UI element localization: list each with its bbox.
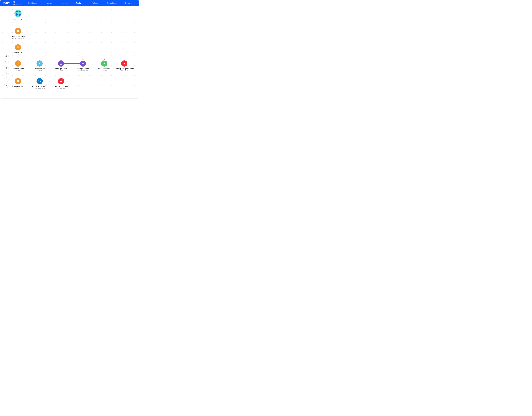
node-title: Compute NIC	[12, 85, 24, 88]
svg-point-41	[6, 55, 7, 55]
node-subtitle: Data Finding	[120, 70, 128, 72]
nic-icon	[15, 78, 21, 84]
node-subtitle: Internet Gateway	[12, 38, 24, 39]
project-selector[interactable]: All projects	[13, 1, 22, 5]
gateway-icon	[15, 28, 21, 34]
svg-rect-29	[61, 81, 61, 82]
node-subtitle: Secret	[38, 70, 42, 72]
node-finding[interactable]: Backup.parquet:Email Data Finding	[114, 60, 135, 72]
robot-icon	[80, 60, 86, 67]
nav-inventory[interactable]: Inventory	[46, 2, 54, 4]
sparkle-icon: ✦	[9, 1, 10, 3]
key-icon	[37, 60, 43, 67]
svg-point-46	[6, 68, 7, 68]
nav-policies[interactable]: Policies	[92, 2, 98, 4]
user-icon	[58, 60, 64, 67]
vm-icon	[37, 78, 43, 84]
node-internet[interactable]: Internet	[7, 9, 28, 21]
svg-rect-39	[124, 63, 124, 64]
node-title: Backup.parquet:Email	[115, 68, 134, 70]
alert-icon	[121, 60, 127, 67]
project-selector-label: All projects	[13, 1, 20, 5]
svg-rect-17	[17, 48, 18, 48]
svg-rect-27	[39, 81, 40, 82]
diamond-badge-icon	[103, 59, 105, 61]
node-subtitle: Subnet	[16, 70, 20, 72]
graph-layout-button[interactable]	[4, 54, 9, 58]
node-title: Internet	[14, 18, 22, 21]
node-vm[interactable]: Acme Application Virtual Machine	[29, 78, 50, 89]
node-title: DevOps User	[55, 68, 67, 70]
svg-rect-30	[61, 82, 61, 82]
bucket-icon	[101, 60, 107, 67]
node-subtitle: NIC	[17, 88, 19, 89]
globe-icon	[14, 9, 22, 18]
node-title: CVE-2022-31680	[54, 85, 68, 88]
node-subtitle: VPC	[17, 54, 19, 55]
node-gateway[interactable]: Default Gateway Internet Gateway	[7, 28, 28, 39]
chevron-down-icon	[21, 3, 22, 3]
zoom-in-button[interactable]	[4, 71, 9, 76]
svg-rect-32	[82, 63, 84, 64]
svg-point-33	[83, 63, 83, 64]
svg-rect-24	[39, 63, 40, 64]
node-title: Default Subnet	[12, 68, 24, 70]
svg-rect-22	[18, 81, 18, 82]
node-subtitle: User	[59, 70, 63, 72]
fullscreen-button[interactable]	[4, 83, 9, 88]
top-nav: WIZ ✦ All projects Dashboard Inventory I…	[0, 0, 139, 6]
nav-explorer[interactable]: Explorer	[76, 2, 83, 4]
svg-point-31	[61, 63, 62, 64]
node-subtitle: Virtual Machine	[35, 88, 45, 89]
graph-canvas[interactable]: Internet Default Gateway Internet Gatewa…	[0, 6, 139, 99]
node-title: Acme Application	[32, 85, 47, 88]
node-vpc[interactable]: Default VPC VPC	[7, 44, 28, 55]
canvas-toolbar	[4, 54, 9, 88]
crown-badge-icon	[82, 59, 84, 61]
svg-rect-12	[17, 30, 18, 32]
node-title: Access Key	[35, 68, 45, 70]
center-button[interactable]	[4, 66, 9, 70]
svg-point-38	[104, 63, 105, 63]
nav-dashboard[interactable]: Dashboard	[28, 2, 37, 4]
alert-icon	[58, 78, 64, 84]
svg-rect-16	[18, 46, 19, 47]
node-title: Sensitive Data	[98, 68, 110, 70]
node-title: Default Gateway	[11, 35, 25, 38]
node-subtitle: Vulnerability	[57, 88, 65, 89]
zoom-out-button[interactable]	[4, 78, 9, 82]
brand-text: WIZ	[3, 2, 9, 5]
node-subtitle: Bucket	[102, 70, 107, 72]
node-title: Default VPC	[13, 51, 23, 54]
node-subnet[interactable]: Default Subnet Subnet	[7, 60, 28, 72]
node-accesskey[interactable]: Access Key Secret	[29, 60, 50, 72]
node-svcacct[interactable]: Storage Admin Service Account	[72, 60, 94, 72]
nav-reports[interactable]: Reports	[125, 2, 132, 4]
app-window: WIZ ✦ All projects Dashboard Inventory I…	[0, 0, 139, 99]
network-icon	[15, 44, 21, 50]
svg-point-14	[17, 31, 18, 31]
brand-logo[interactable]: WIZ ✦	[3, 2, 10, 5]
svg-point-23	[39, 63, 39, 64]
svg-rect-20	[18, 81, 19, 82]
svg-rect-19	[17, 63, 19, 64]
nav-issues[interactable]: Issues	[62, 2, 67, 4]
node-devops[interactable]: DevOps User User	[50, 60, 72, 72]
node-cve[interactable]: CVE-2022-31680 Vulnerability	[50, 78, 72, 89]
svg-rect-13	[18, 30, 19, 32]
subnet-icon	[15, 60, 21, 67]
svg-rect-18	[18, 48, 19, 48]
svg-point-34	[83, 63, 84, 64]
node-title: Storage Admin	[77, 68, 89, 70]
layers-button[interactable]	[4, 59, 9, 64]
svg-point-36	[83, 62, 83, 63]
svg-point-43	[6, 56, 7, 57]
node-nic[interactable]: Compute NIC NIC	[7, 78, 28, 89]
nav-compliance[interactable]: Compliance	[107, 2, 117, 4]
node-bucket[interactable]: Sensitive Data Bucket	[94, 60, 115, 72]
node-subtitle: Service Account	[78, 70, 88, 72]
